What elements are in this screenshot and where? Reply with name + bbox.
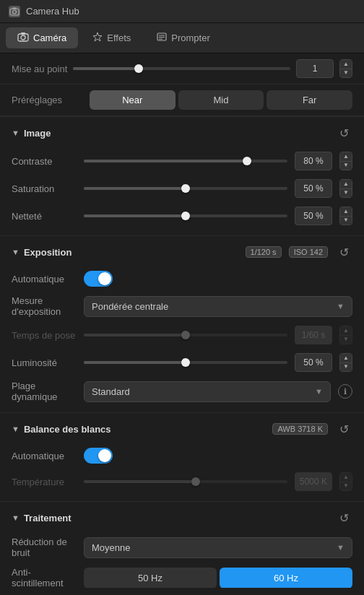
exposition-auto-label: Automatique bbox=[12, 274, 77, 285]
image-section-content: Contraste 80 % ▲ ▼ Saturation bbox=[0, 147, 364, 235]
title-bar: Camera Hub bbox=[0, 0, 364, 23]
luminosite-label: Luminosité bbox=[12, 357, 77, 368]
exposition-auto-row: Automatique bbox=[0, 266, 364, 291]
preset-far[interactable]: Far bbox=[266, 90, 352, 110]
mise-au-point-label: Mise au point bbox=[12, 64, 67, 74]
mesure-dropdown-arrow: ▼ bbox=[337, 302, 344, 310]
nettete-slider[interactable] bbox=[84, 209, 287, 223]
image-section-title: Image bbox=[24, 128, 331, 139]
traitement-section-title: Traitement bbox=[24, 513, 331, 524]
nettete-stepper[interactable]: ▲ ▼ bbox=[339, 207, 352, 225]
hz-50-button[interactable]: 50 Hz bbox=[84, 568, 217, 589]
exposition-section-content: Automatique Mesure d'exposition Pondérée… bbox=[0, 266, 364, 412]
contraste-row: Contraste 80 % ▲ ▼ bbox=[0, 147, 364, 175]
image-arrow-icon: ▼ bbox=[12, 129, 20, 137]
contraste-up[interactable]: ▲ bbox=[340, 152, 352, 161]
mesure-value: Pondérée centrale bbox=[92, 301, 168, 312]
luminosite-stepper[interactable]: ▲ ▼ bbox=[339, 353, 352, 372]
preset-near[interactable]: Near bbox=[90, 90, 176, 110]
mise-au-point-up[interactable]: ▲ bbox=[340, 60, 352, 69]
traitement-reset-button[interactable]: ↺ bbox=[335, 509, 352, 526]
temperature-down: ▼ bbox=[340, 482, 352, 491]
image-section-header[interactable]: ▼ Image ↺ bbox=[0, 117, 364, 147]
traitement-section-header[interactable]: ▼ Traitement ↺ bbox=[0, 502, 364, 532]
tab-camera[interactable]: Caméra bbox=[6, 27, 78, 48]
luminosite-slider[interactable] bbox=[84, 355, 287, 370]
balance-auto-toggle[interactable] bbox=[84, 448, 113, 464]
temps-pose-row: Temps de pose 1/60 s ▲ ▼ bbox=[0, 321, 364, 349]
tab-effets[interactable]: Effets bbox=[81, 27, 142, 48]
traitement-section-content: Réduction de bruit Moyenne ▼ Anti-scinti… bbox=[0, 532, 364, 588]
plage-label: Plage dynamique bbox=[12, 381, 77, 402]
mise-au-point-slider-wrap[interactable] bbox=[73, 67, 290, 70]
mise-au-point-down[interactable]: ▼ bbox=[340, 69, 352, 78]
saturation-label: Saturation bbox=[12, 183, 77, 194]
contraste-slider[interactable] bbox=[84, 154, 287, 168]
plage-value: Standard bbox=[92, 386, 130, 397]
temps-pose-slider bbox=[84, 328, 287, 342]
balance-reset-button[interactable]: ↺ bbox=[335, 420, 352, 438]
balance-section-title: Balance des blancs bbox=[24, 424, 269, 435]
nettete-up[interactable]: ▲ bbox=[340, 207, 352, 216]
bruit-value: Moyenne bbox=[92, 542, 130, 553]
tab-bar: Caméra Effets Prompter bbox=[0, 23, 364, 53]
exposition-badge2: ISO 142 bbox=[289, 246, 328, 258]
exposition-arrow-icon: ▼ bbox=[12, 248, 20, 256]
balance-section-header[interactable]: ▼ Balance des blancs AWB 3718 K ↺ bbox=[0, 413, 364, 443]
plage-dropdown[interactable]: Standard ▼ bbox=[84, 381, 331, 402]
nettete-label: Netteté bbox=[12, 211, 77, 222]
svg-rect-2 bbox=[12, 7, 17, 9]
app-icon bbox=[9, 6, 20, 17]
saturation-down[interactable]: ▼ bbox=[340, 189, 352, 198]
exposition-auto-toggle[interactable] bbox=[84, 271, 113, 287]
mesure-dropdown[interactable]: Pondérée centrale ▼ bbox=[84, 296, 352, 317]
balance-arrow-icon: ▼ bbox=[12, 425, 20, 433]
preset-mid[interactable]: Mid bbox=[178, 90, 264, 110]
contraste-label: Contraste bbox=[12, 156, 77, 167]
svg-rect-5 bbox=[21, 32, 25, 35]
saturation-stepper[interactable]: ▲ ▼ bbox=[339, 179, 352, 198]
contraste-value: 80 % bbox=[295, 152, 332, 170]
luminosite-row: Luminosité 50 % ▲ ▼ bbox=[0, 349, 364, 376]
mise-au-point-row: Mise au point 1 ▲ ▼ bbox=[0, 53, 364, 84]
luminosite-down[interactable]: ▼ bbox=[340, 363, 352, 372]
saturation-row: Saturation 50 % ▲ ▼ bbox=[0, 175, 364, 202]
exposition-section-header[interactable]: ▼ Exposition 1/120 s ISO 142 ↺ bbox=[0, 236, 364, 266]
nettete-value: 50 % bbox=[295, 207, 332, 225]
exposition-reset-button[interactable]: ↺ bbox=[335, 243, 352, 261]
tab-prompter[interactable]: Prompter bbox=[145, 27, 221, 48]
luminosite-up[interactable]: ▲ bbox=[340, 354, 352, 362]
nettete-row: Netteté 50 % ▲ ▼ bbox=[0, 202, 364, 230]
hz-buttons: 50 Hz 60 Hz bbox=[84, 568, 352, 589]
svg-point-4 bbox=[21, 35, 25, 40]
contraste-stepper[interactable]: ▲ ▼ bbox=[339, 152, 352, 170]
mesure-row: Mesure d'exposition Pondérée centrale ▼ bbox=[0, 291, 364, 321]
mise-au-point-stepper[interactable]: ▲ ▼ bbox=[339, 59, 352, 78]
effets-tab-icon bbox=[92, 32, 103, 44]
temperature-slider bbox=[84, 474, 287, 489]
prompter-tab-icon bbox=[157, 32, 167, 44]
temps-pose-down: ▼ bbox=[340, 336, 352, 344]
main-content: Mise au point 1 ▲ ▼ Préréglages Near Mid… bbox=[0, 53, 364, 588]
plage-dropdown-arrow: ▼ bbox=[315, 387, 323, 396]
exposition-auto-knob bbox=[98, 272, 111, 285]
app-title: Camera Hub bbox=[26, 6, 79, 17]
temperature-up: ▲ bbox=[340, 473, 352, 482]
bruit-dropdown[interactable]: Moyenne ▼ bbox=[84, 537, 352, 558]
presets-buttons: Near Mid Far bbox=[90, 90, 352, 110]
tab-effets-label: Effets bbox=[107, 32, 131, 43]
nettete-down[interactable]: ▼ bbox=[340, 217, 352, 225]
contraste-down[interactable]: ▼ bbox=[340, 162, 352, 170]
bruit-label: Réduction de bruit bbox=[12, 537, 77, 558]
saturation-up[interactable]: ▲ bbox=[340, 180, 352, 188]
mise-au-point-value: 1 bbox=[296, 59, 334, 78]
hz-60-button[interactable]: 60 Hz bbox=[220, 568, 352, 589]
saturation-slider[interactable] bbox=[84, 181, 287, 196]
svg-rect-0 bbox=[10, 9, 19, 15]
image-reset-button[interactable]: ↺ bbox=[335, 124, 352, 142]
tab-prompter-label: Prompter bbox=[171, 32, 209, 43]
plage-info-icon[interactable]: ℹ bbox=[338, 384, 352, 399]
balance-auto-knob bbox=[98, 449, 111, 462]
plage-row: Plage dynamique Standard ▼ ℹ bbox=[0, 376, 364, 407]
balance-section-content: Automatique Température 5000 K ▲ ▼ bbox=[0, 443, 364, 501]
